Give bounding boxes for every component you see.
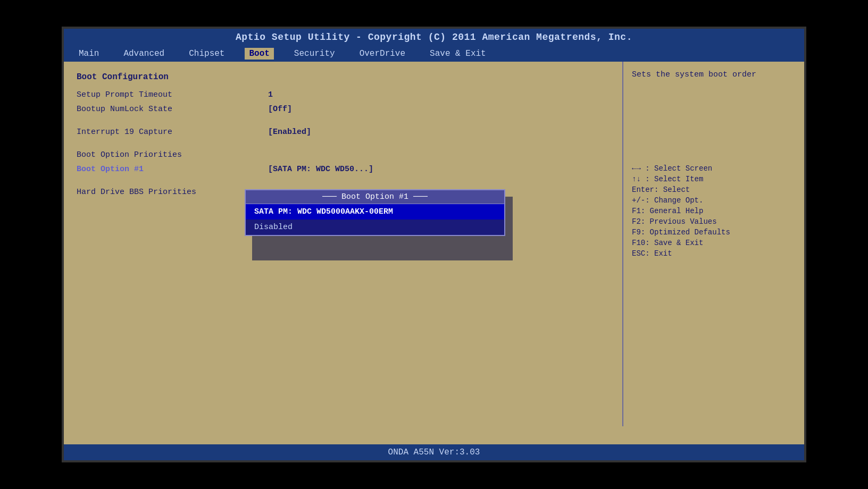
setting-row-interrupt: Interrupt 19 Capture [Enabled] [77, 128, 610, 137]
section-header: Boot Configuration [77, 72, 610, 82]
value-timeout: 1 [268, 90, 273, 99]
label-interrupt: Interrupt 19 Capture [77, 128, 268, 137]
menu-item-chipset[interactable]: Chipset [185, 48, 229, 60]
key-f2: F2: Previous Values [632, 217, 796, 226]
popup-overlay: ─── Boot Option #1 ─── SATA PM: WDC WD50… [245, 189, 505, 236]
bottom-text: ONDA A55N Ver:3.03 [388, 448, 480, 457]
key-change-opt: +/-: Change Opt. [632, 196, 796, 205]
key-f10: F10: Save & Exit [632, 239, 796, 247]
popup-box: ─── Boot Option #1 ─── SATA PM: WDC WD50… [245, 189, 505, 236]
side-panel: Sets the system boot order ←→ : Select S… [623, 62, 804, 426]
divider-3 [77, 179, 610, 188]
popup-option-sata[interactable]: SATA PM: WDC WD5000AAKX-00ERM [246, 204, 504, 220]
menu-item-main[interactable]: Main [74, 48, 103, 60]
popup-title: ─── Boot Option #1 ─── [246, 190, 504, 204]
key-esc: ESC: Exit [632, 249, 796, 258]
bottom-bar: ONDA A55N Ver:3.03 [64, 444, 804, 460]
divider-1 [77, 119, 610, 128]
key-f1: F1: General Help [632, 207, 796, 215]
key-help-section: ←→ : Select Screen ↑↓ : Select Item Ente… [632, 164, 796, 258]
menu-bar: MainAdvancedChipsetBootSecurityOverDrive… [64, 46, 804, 62]
value-interrupt: [Enabled] [268, 128, 311, 137]
content-area: Boot Configuration Setup Prompt Timeout … [64, 62, 804, 426]
key-f9: F9: Optimized Defaults [632, 228, 796, 237]
menu-item-save---exit[interactable]: Save & Exit [425, 48, 490, 60]
setting-row-boot-priorities: Boot Option Priorities [77, 150, 610, 159]
label-hdd-priorities: Hard Drive BBS Priorities [77, 188, 268, 197]
setting-row-timeout: Setup Prompt Timeout 1 [77, 90, 610, 99]
value-boot-option1: [SATA PM: WDC WD50...] [268, 165, 373, 174]
key-enter: Enter: Select [632, 186, 796, 194]
label-boot-option1: Boot Option #1 [77, 165, 268, 174]
value-numlock: [Off] [268, 105, 292, 114]
bios-screen: Aptio Setup Utility - Copyright (C) 2011… [62, 27, 806, 462]
label-timeout: Setup Prompt Timeout [77, 90, 268, 99]
divider-2 [77, 142, 610, 150]
menu-item-overdrive[interactable]: OverDrive [355, 48, 410, 60]
label-boot-priorities: Boot Option Priorities [77, 150, 268, 159]
key-select-screen: ←→ : Select Screen [632, 164, 796, 173]
menu-item-advanced[interactable]: Advanced [119, 48, 169, 60]
title-bar: Aptio Setup Utility - Copyright (C) 2011… [64, 29, 804, 46]
menu-item-security[interactable]: Security [290, 48, 339, 60]
popup-option-disabled[interactable]: Disabled [246, 220, 504, 235]
label-numlock: Bootup NumLock State [77, 105, 268, 114]
setting-row-numlock: Bootup NumLock State [Off] [77, 105, 610, 114]
title-text: Aptio Setup Utility - Copyright (C) 2011… [236, 32, 632, 43]
key-select-item: ↑↓ : Select Item [632, 175, 796, 183]
setting-row-boot-option1[interactable]: Boot Option #1 [SATA PM: WDC WD50...] [77, 165, 610, 174]
main-panel: Boot Configuration Setup Prompt Timeout … [64, 62, 623, 426]
help-text: Sets the system boot order [632, 70, 796, 79]
menu-item-boot[interactable]: Boot [245, 48, 273, 60]
